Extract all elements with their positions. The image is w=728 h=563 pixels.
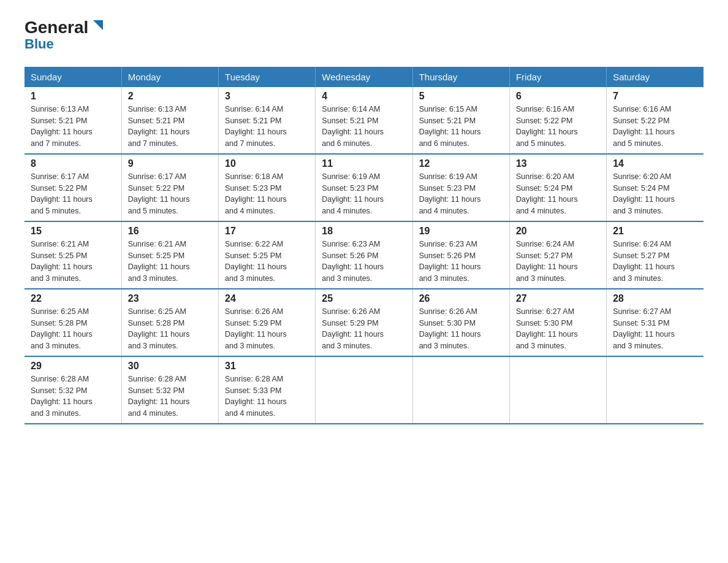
day-info: Sunrise: 6:19 AMSunset: 5:23 PMDaylight:… — [322, 172, 384, 215]
day-cell: 17 Sunrise: 6:22 AMSunset: 5:25 PMDaylig… — [219, 221, 316, 289]
day-cell: 26 Sunrise: 6:26 AMSunset: 5:30 PMDaylig… — [412, 289, 509, 356]
day-info: Sunrise: 6:13 AMSunset: 5:21 PMDaylight:… — [31, 105, 93, 148]
day-number: 4 — [322, 91, 406, 102]
header-cell-monday: Monday — [121, 67, 218, 87]
day-info: Sunrise: 6:25 AMSunset: 5:28 PMDaylight:… — [31, 307, 93, 350]
day-number: 13 — [516, 158, 600, 169]
day-cell: 19 Sunrise: 6:23 AMSunset: 5:26 PMDaylig… — [412, 221, 509, 289]
day-number: 3 — [225, 91, 309, 102]
day-info: Sunrise: 6:25 AMSunset: 5:28 PMDaylight:… — [128, 307, 190, 350]
day-cell: 8 Sunrise: 6:17 AMSunset: 5:22 PMDayligh… — [25, 154, 121, 221]
day-cell: 14 Sunrise: 6:20 AMSunset: 5:24 PMDaylig… — [607, 154, 703, 221]
day-cell: 15 Sunrise: 6:21 AMSunset: 5:25 PMDaylig… — [25, 221, 121, 289]
day-info: Sunrise: 6:23 AMSunset: 5:26 PMDaylight:… — [419, 240, 481, 283]
day-number: 24 — [225, 293, 309, 304]
day-info: Sunrise: 6:14 AMSunset: 5:21 PMDaylight:… — [322, 105, 384, 148]
day-info: Sunrise: 6:20 AMSunset: 5:24 PMDaylight:… — [516, 172, 578, 215]
day-info: Sunrise: 6:24 AMSunset: 5:27 PMDaylight:… — [516, 240, 578, 283]
day-number: 29 — [31, 361, 115, 372]
day-info: Sunrise: 6:28 AMSunset: 5:32 PMDaylight:… — [31, 375, 93, 418]
day-cell: 4 Sunrise: 6:14 AMSunset: 5:21 PMDayligh… — [316, 87, 412, 154]
logo-blue: Blue — [25, 36, 54, 52]
day-info: Sunrise: 6:28 AMSunset: 5:33 PMDaylight:… — [225, 375, 287, 418]
day-cell: 13 Sunrise: 6:20 AMSunset: 5:24 PMDaylig… — [509, 154, 606, 221]
header-cell-thursday: Thursday — [412, 67, 509, 87]
day-number: 15 — [31, 226, 115, 237]
day-number: 14 — [613, 158, 697, 169]
day-info: Sunrise: 6:21 AMSunset: 5:25 PMDaylight:… — [31, 240, 93, 283]
day-number: 22 — [31, 293, 115, 304]
day-info: Sunrise: 6:28 AMSunset: 5:32 PMDaylight:… — [128, 375, 190, 418]
day-info: Sunrise: 6:27 AMSunset: 5:30 PMDaylight:… — [516, 307, 578, 350]
header-cell-saturday: Saturday — [607, 67, 703, 87]
day-info: Sunrise: 6:17 AMSunset: 5:22 PMDaylight:… — [31, 172, 93, 215]
day-number: 27 — [516, 293, 600, 304]
week-row-5: 29 Sunrise: 6:28 AMSunset: 5:32 PMDaylig… — [25, 356, 703, 424]
day-number: 31 — [225, 361, 309, 372]
day-info: Sunrise: 6:16 AMSunset: 5:22 PMDaylight:… — [613, 105, 675, 148]
day-cell — [509, 356, 606, 424]
calendar-table: SundayMondayTuesdayWednesdayThursdayFrid… — [25, 67, 703, 424]
day-number: 8 — [31, 158, 115, 169]
day-info: Sunrise: 6:16 AMSunset: 5:22 PMDaylight:… — [516, 105, 578, 148]
day-info: Sunrise: 6:14 AMSunset: 5:21 PMDaylight:… — [225, 105, 287, 148]
day-number: 19 — [419, 226, 503, 237]
day-info: Sunrise: 6:23 AMSunset: 5:26 PMDaylight:… — [322, 240, 384, 283]
day-number: 17 — [225, 226, 309, 237]
day-cell — [607, 356, 703, 424]
day-cell: 7 Sunrise: 6:16 AMSunset: 5:22 PMDayligh… — [607, 87, 703, 154]
day-info: Sunrise: 6:15 AMSunset: 5:21 PMDaylight:… — [419, 105, 481, 148]
day-cell: 20 Sunrise: 6:24 AMSunset: 5:27 PMDaylig… — [509, 221, 606, 289]
day-cell: 9 Sunrise: 6:17 AMSunset: 5:22 PMDayligh… — [121, 154, 218, 221]
day-number: 28 — [613, 293, 697, 304]
day-info: Sunrise: 6:27 AMSunset: 5:31 PMDaylight:… — [613, 307, 675, 350]
day-info: Sunrise: 6:13 AMSunset: 5:21 PMDaylight:… — [128, 105, 190, 148]
day-number: 7 — [613, 91, 697, 102]
day-info: Sunrise: 6:21 AMSunset: 5:25 PMDaylight:… — [128, 240, 190, 283]
day-number: 6 — [516, 91, 600, 102]
day-cell: 1 Sunrise: 6:13 AMSunset: 5:21 PMDayligh… — [25, 87, 121, 154]
day-number: 26 — [419, 293, 503, 304]
day-info: Sunrise: 6:19 AMSunset: 5:23 PMDaylight:… — [419, 172, 481, 215]
day-cell: 2 Sunrise: 6:13 AMSunset: 5:21 PMDayligh… — [121, 87, 218, 154]
day-info: Sunrise: 6:18 AMSunset: 5:23 PMDaylight:… — [225, 172, 287, 215]
logo: General Blue — [25, 18, 107, 52]
day-number: 16 — [128, 226, 212, 237]
day-number: 11 — [322, 158, 406, 169]
day-cell: 10 Sunrise: 6:18 AMSunset: 5:23 PMDaylig… — [219, 154, 316, 221]
day-number: 21 — [613, 226, 697, 237]
day-cell: 18 Sunrise: 6:23 AMSunset: 5:26 PMDaylig… — [316, 221, 412, 289]
day-cell: 23 Sunrise: 6:25 AMSunset: 5:28 PMDaylig… — [121, 289, 218, 356]
day-number: 1 — [31, 91, 115, 102]
day-cell: 24 Sunrise: 6:26 AMSunset: 5:29 PMDaylig… — [219, 289, 316, 356]
day-info: Sunrise: 6:26 AMSunset: 5:29 PMDaylight:… — [225, 307, 287, 350]
day-cell: 5 Sunrise: 6:15 AMSunset: 5:21 PMDayligh… — [412, 87, 509, 154]
day-cell: 25 Sunrise: 6:26 AMSunset: 5:29 PMDaylig… — [316, 289, 412, 356]
day-cell: 29 Sunrise: 6:28 AMSunset: 5:32 PMDaylig… — [25, 356, 121, 424]
day-number: 30 — [128, 361, 212, 372]
day-cell: 12 Sunrise: 6:19 AMSunset: 5:23 PMDaylig… — [412, 154, 509, 221]
day-info: Sunrise: 6:26 AMSunset: 5:30 PMDaylight:… — [419, 307, 481, 350]
day-info: Sunrise: 6:17 AMSunset: 5:22 PMDaylight:… — [128, 172, 190, 215]
day-number: 9 — [128, 158, 212, 169]
day-number: 20 — [516, 226, 600, 237]
svg-marker-0 — [93, 20, 103, 30]
day-cell: 27 Sunrise: 6:27 AMSunset: 5:30 PMDaylig… — [509, 289, 606, 356]
page-header: General Blue — [25, 18, 703, 52]
day-cell: 22 Sunrise: 6:25 AMSunset: 5:28 PMDaylig… — [25, 289, 121, 356]
day-info: Sunrise: 6:22 AMSunset: 5:25 PMDaylight:… — [225, 240, 287, 283]
day-number: 18 — [322, 226, 406, 237]
day-info: Sunrise: 6:24 AMSunset: 5:27 PMDaylight:… — [613, 240, 675, 283]
day-cell: 30 Sunrise: 6:28 AMSunset: 5:32 PMDaylig… — [121, 356, 218, 424]
logo-arrow-icon — [89, 18, 107, 35]
day-cell: 6 Sunrise: 6:16 AMSunset: 5:22 PMDayligh… — [509, 87, 606, 154]
week-row-4: 22 Sunrise: 6:25 AMSunset: 5:28 PMDaylig… — [25, 289, 703, 356]
day-number: 25 — [322, 293, 406, 304]
day-info: Sunrise: 6:26 AMSunset: 5:29 PMDaylight:… — [322, 307, 384, 350]
week-row-2: 8 Sunrise: 6:17 AMSunset: 5:22 PMDayligh… — [25, 154, 703, 221]
day-cell: 21 Sunrise: 6:24 AMSunset: 5:27 PMDaylig… — [607, 221, 703, 289]
day-number: 12 — [419, 158, 503, 169]
day-cell: 3 Sunrise: 6:14 AMSunset: 5:21 PMDayligh… — [219, 87, 316, 154]
day-number: 5 — [419, 91, 503, 102]
day-number: 2 — [128, 91, 212, 102]
